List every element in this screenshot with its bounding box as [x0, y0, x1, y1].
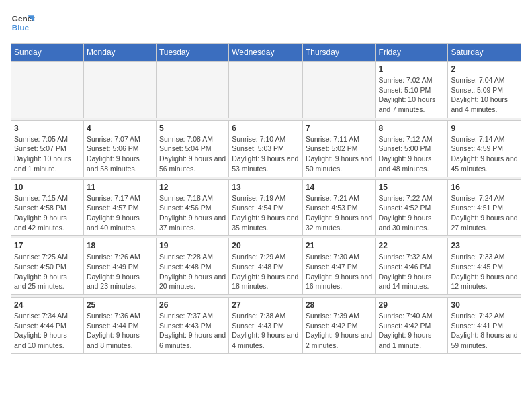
calendar-cell: 30Sunrise: 7:42 AM Sunset: 4:41 PM Dayli…: [448, 298, 521, 354]
calendar-cell: [11, 62, 84, 118]
logo-icon: General Blue: [11, 11, 35, 35]
day-info: Sunrise: 7:30 AM Sunset: 4:47 PM Dayligh…: [306, 252, 373, 291]
day-info: Sunrise: 7:07 AM Sunset: 5:06 PM Dayligh…: [87, 134, 153, 174]
calendar-week-2: 3Sunrise: 7:05 AM Sunset: 5:07 PM Daylig…: [11, 120, 521, 177]
day-number: 24: [14, 300, 81, 310]
day-info: Sunrise: 7:28 AM Sunset: 4:48 PM Dayligh…: [159, 252, 226, 291]
calendar-header-row: SundayMondayTuesdayWednesdayThursdayFrid…: [11, 44, 521, 62]
calendar-cell: 27Sunrise: 7:38 AM Sunset: 4:43 PM Dayli…: [229, 298, 303, 354]
calendar-cell: 19Sunrise: 7:28 AM Sunset: 4:48 PM Dayli…: [156, 238, 228, 295]
calendar-cell: 22Sunrise: 7:32 AM Sunset: 4:46 PM Dayli…: [375, 238, 448, 295]
calendar-cell: 18Sunrise: 7:26 AM Sunset: 4:49 PM Dayli…: [83, 238, 156, 295]
day-info: Sunrise: 7:15 AM Sunset: 4:58 PM Dayligh…: [14, 193, 81, 233]
day-number: 27: [232, 300, 300, 310]
day-info: Sunrise: 7:26 AM Sunset: 4:49 PM Dayligh…: [87, 252, 153, 291]
day-info: Sunrise: 7:11 AM Sunset: 5:02 PM Dayligh…: [306, 134, 373, 174]
calendar-cell: 7Sunrise: 7:11 AM Sunset: 5:02 PM Daylig…: [302, 120, 375, 177]
weekday-header-friday: Friday: [375, 44, 448, 62]
calendar-cell: 21Sunrise: 7:30 AM Sunset: 4:47 PM Dayli…: [302, 238, 375, 295]
calendar-cell: 24Sunrise: 7:34 AM Sunset: 4:44 PM Dayli…: [11, 298, 84, 354]
day-info: Sunrise: 7:33 AM Sunset: 4:45 PM Dayligh…: [451, 252, 518, 291]
calendar-cell: [156, 62, 228, 118]
calendar-cell: 16Sunrise: 7:24 AM Sunset: 4:51 PM Dayli…: [448, 179, 521, 236]
calendar-week-3: 10Sunrise: 7:15 AM Sunset: 4:58 PM Dayli…: [11, 179, 521, 236]
day-info: Sunrise: 7:14 AM Sunset: 4:59 PM Dayligh…: [451, 134, 518, 174]
day-info: Sunrise: 7:18 AM Sunset: 4:56 PM Dayligh…: [159, 193, 226, 233]
calendar-cell: 25Sunrise: 7:36 AM Sunset: 4:44 PM Dayli…: [83, 298, 156, 354]
day-info: Sunrise: 7:08 AM Sunset: 5:04 PM Dayligh…: [159, 134, 226, 174]
calendar-cell: 23Sunrise: 7:33 AM Sunset: 4:45 PM Dayli…: [448, 238, 521, 295]
calendar-cell: 5Sunrise: 7:08 AM Sunset: 5:04 PM Daylig…: [156, 120, 228, 177]
day-info: Sunrise: 7:25 AM Sunset: 4:50 PM Dayligh…: [14, 252, 81, 291]
day-number: 19: [159, 241, 226, 250]
day-number: 12: [159, 183, 226, 192]
day-info: Sunrise: 7:36 AM Sunset: 4:44 PM Dayligh…: [87, 311, 153, 351]
calendar-cell: 8Sunrise: 7:12 AM Sunset: 5:00 PM Daylig…: [375, 120, 448, 177]
day-number: 8: [379, 124, 445, 133]
day-number: 15: [379, 183, 445, 192]
day-number: 7: [306, 124, 373, 133]
day-number: 25: [87, 300, 153, 310]
calendar-cell: 13Sunrise: 7:19 AM Sunset: 4:54 PM Dayli…: [229, 179, 303, 236]
calendar-cell: [229, 62, 303, 118]
day-info: Sunrise: 7:39 AM Sunset: 4:42 PM Dayligh…: [306, 311, 373, 351]
calendar-cell: 4Sunrise: 7:07 AM Sunset: 5:06 PM Daylig…: [83, 120, 156, 177]
day-number: 29: [379, 300, 445, 310]
day-info: Sunrise: 7:21 AM Sunset: 4:53 PM Dayligh…: [306, 193, 373, 233]
weekday-header-saturday: Saturday: [448, 44, 521, 62]
day-number: 16: [451, 183, 518, 192]
day-info: Sunrise: 7:40 AM Sunset: 4:42 PM Dayligh…: [379, 311, 445, 351]
calendar-table: SundayMondayTuesdayWednesdayThursdayFrid…: [11, 43, 521, 354]
day-number: 4: [87, 124, 153, 133]
calendar-cell: 14Sunrise: 7:21 AM Sunset: 4:53 PM Dayli…: [302, 179, 375, 236]
calendar-week-4: 17Sunrise: 7:25 AM Sunset: 4:50 PM Dayli…: [11, 238, 521, 295]
calendar-cell: 28Sunrise: 7:39 AM Sunset: 4:42 PM Dayli…: [302, 298, 375, 354]
day-number: 9: [451, 124, 518, 133]
weekday-header-monday: Monday: [83, 44, 156, 62]
calendar-cell: 17Sunrise: 7:25 AM Sunset: 4:50 PM Dayli…: [11, 238, 84, 295]
day-number: 13: [232, 183, 300, 192]
calendar-cell: 12Sunrise: 7:18 AM Sunset: 4:56 PM Dayli…: [156, 179, 228, 236]
day-info: Sunrise: 7:24 AM Sunset: 4:51 PM Dayligh…: [451, 193, 518, 233]
calendar-week-5: 24Sunrise: 7:34 AM Sunset: 4:44 PM Dayli…: [11, 298, 521, 354]
day-info: Sunrise: 7:04 AM Sunset: 5:09 PM Dayligh…: [451, 75, 518, 115]
day-number: 2: [451, 64, 518, 74]
calendar-cell: [302, 62, 375, 118]
day-number: 23: [451, 241, 518, 250]
day-number: 14: [306, 183, 373, 192]
day-info: Sunrise: 7:42 AM Sunset: 4:41 PM Dayligh…: [451, 311, 518, 351]
day-info: Sunrise: 7:12 AM Sunset: 5:00 PM Dayligh…: [379, 134, 445, 174]
day-info: Sunrise: 7:19 AM Sunset: 4:54 PM Dayligh…: [232, 193, 300, 233]
weekday-header-thursday: Thursday: [302, 44, 375, 62]
day-number: 20: [232, 241, 300, 250]
day-info: Sunrise: 7:34 AM Sunset: 4:44 PM Dayligh…: [14, 311, 81, 351]
day-number: 30: [451, 300, 518, 310]
calendar-cell: 9Sunrise: 7:14 AM Sunset: 4:59 PM Daylig…: [448, 120, 521, 177]
calendar-cell: [83, 62, 156, 118]
day-info: Sunrise: 7:38 AM Sunset: 4:43 PM Dayligh…: [232, 311, 300, 351]
weekday-header-sunday: Sunday: [11, 44, 84, 62]
logo: General Blue: [11, 11, 35, 35]
day-info: Sunrise: 7:17 AM Sunset: 4:57 PM Dayligh…: [87, 193, 153, 233]
calendar-cell: 2Sunrise: 7:04 AM Sunset: 5:09 PM Daylig…: [448, 62, 521, 118]
day-info: Sunrise: 7:29 AM Sunset: 4:48 PM Dayligh…: [232, 252, 300, 291]
day-number: 18: [87, 241, 153, 250]
calendar-cell: 26Sunrise: 7:37 AM Sunset: 4:43 PM Dayli…: [156, 298, 228, 354]
svg-text:Blue: Blue: [12, 23, 30, 32]
calendar-cell: 10Sunrise: 7:15 AM Sunset: 4:58 PM Dayli…: [11, 179, 84, 236]
calendar-cell: 20Sunrise: 7:29 AM Sunset: 4:48 PM Dayli…: [229, 238, 303, 295]
calendar-cell: 29Sunrise: 7:40 AM Sunset: 4:42 PM Dayli…: [375, 298, 448, 354]
day-info: Sunrise: 7:22 AM Sunset: 4:52 PM Dayligh…: [379, 193, 445, 233]
calendar-cell: 1Sunrise: 7:02 AM Sunset: 5:10 PM Daylig…: [375, 62, 448, 118]
day-info: Sunrise: 7:37 AM Sunset: 4:43 PM Dayligh…: [159, 311, 226, 351]
day-number: 17: [14, 241, 81, 250]
day-number: 21: [306, 241, 373, 250]
weekday-header-wednesday: Wednesday: [229, 44, 303, 62]
day-info: Sunrise: 7:10 AM Sunset: 5:03 PM Dayligh…: [232, 134, 300, 174]
day-info: Sunrise: 7:05 AM Sunset: 5:07 PM Dayligh…: [14, 134, 81, 174]
page-header: General Blue: [11, 11, 521, 35]
calendar-cell: 6Sunrise: 7:10 AM Sunset: 5:03 PM Daylig…: [229, 120, 303, 177]
day-number: 26: [159, 300, 226, 310]
day-number: 22: [379, 241, 445, 250]
day-number: 1: [379, 64, 445, 74]
